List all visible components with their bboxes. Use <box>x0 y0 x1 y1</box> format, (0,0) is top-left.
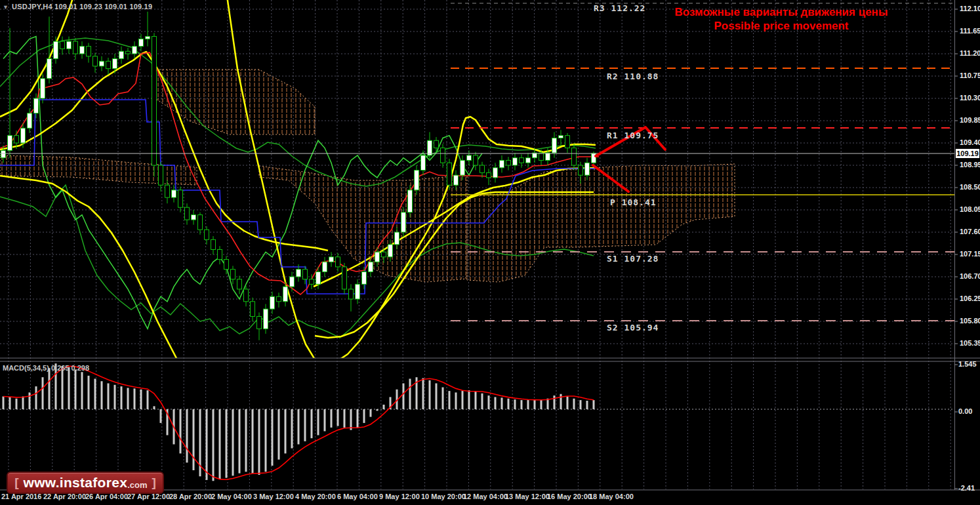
logo-text: www.instaforex <box>24 475 128 491</box>
time-axis-label: 9 May 12:00 <box>379 493 420 500</box>
chart-title-text: USDJPY,H4 109.01 109.23 109.01 109.19 <box>12 3 152 10</box>
annotation-line-en: Possible price movement <box>646 19 916 33</box>
pivot-label-r1: R1 109.75 <box>607 131 659 140</box>
time-axis-label: 12 May 04:00 <box>463 493 508 500</box>
time-axis-label: 4 May 20:00 <box>295 493 336 500</box>
macd-axis-label: 0.00 <box>958 407 972 415</box>
price-axis-label: 112.10 <box>960 5 980 12</box>
pivot-label-r2: R2 110.88 <box>607 71 659 81</box>
time-axis-label: 18 May 04:00 <box>589 493 634 500</box>
macd-indicator-label: MACD(5,34,5) 0.265 0.298 <box>3 364 89 372</box>
price-axis-label: 108.05 <box>960 205 980 213</box>
price-axis-label: 105.80 <box>960 317 980 325</box>
price-axis-label: 109.85 <box>960 116 980 124</box>
time-axis[interactable]: 21 Apr 201622 Apr 20:0026 Apr 04:0027 Ap… <box>0 493 980 504</box>
price-axis-label: 109.40 <box>960 138 980 146</box>
mt4-chart-window: ▼USDJPY,H4 109.01 109.23 109.01 109.19 В… <box>0 0 980 505</box>
current-price-badge: 109.19 <box>956 149 979 158</box>
price-axis-label: 110.75 <box>960 71 980 79</box>
price-movement-annotation: Возможные варианты движения цены Possibl… <box>646 5 916 33</box>
price-axis-label: 111.20 <box>960 49 980 57</box>
chart-title: ▼USDJPY,H4 109.01 109.23 109.01 109.19 <box>3 3 152 10</box>
chevron-down-icon[interactable]: ▼ <box>3 4 9 10</box>
instaforex-logo: [ www.instaforex .com ] <box>7 472 164 494</box>
pivot-label-s2: S2 105.94 <box>607 323 659 333</box>
logo-bracket-left: [ <box>14 475 18 490</box>
price-axis-label: 107.15 <box>960 250 980 258</box>
macd-axis-label: -2.41 <box>958 484 975 492</box>
price-axis-label: 110.30 <box>960 94 980 102</box>
time-axis-label: 10 May 20:00 <box>421 493 466 500</box>
time-axis-label: 2 May 04:00 <box>211 493 252 500</box>
logo-bracket-right: ] <box>152 475 155 490</box>
pivot-label-p: P 108.41 <box>610 197 657 207</box>
time-axis-label: 13 May 12:00 <box>505 493 550 500</box>
price-axis-label: 105.35 <box>960 339 980 347</box>
pivot-label-r3: R3 112.22 <box>594 3 645 13</box>
logo-suffix: .com <box>127 480 147 490</box>
annotation-line-ru: Возможные варианты движения цены <box>646 5 916 19</box>
price-axis-label: 106.70 <box>960 272 980 280</box>
price-axis-label: 108.50 <box>960 183 980 191</box>
time-axis-label: 3 May 12:00 <box>253 493 294 500</box>
price-axis-label: 111.65 <box>960 27 980 35</box>
time-axis-label: 28 Apr 20:00 <box>169 493 212 500</box>
time-axis-label: 16 May 20:00 <box>547 493 592 500</box>
price-axis-label: 107.60 <box>960 228 980 235</box>
price-axis-label: 106.25 <box>960 294 980 302</box>
time-axis-label: 6 May 04:00 <box>337 493 378 500</box>
chart-canvas[interactable] <box>0 0 980 505</box>
price-axis-label: 108.95 <box>960 161 980 169</box>
macd-axis-label: 1.545 <box>958 360 977 368</box>
pivot-label-s1: S1 107.28 <box>607 254 659 264</box>
